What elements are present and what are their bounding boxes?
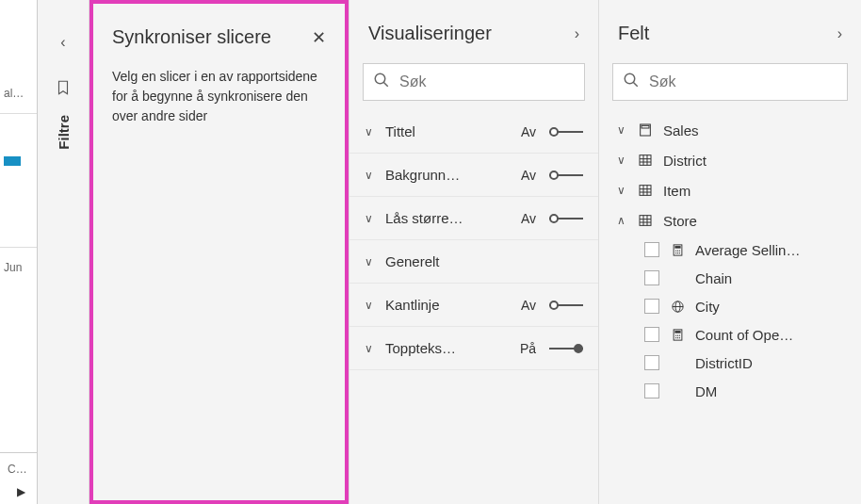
fields-tree: ∨Sales∨District∨Item∧StoreAverage Sellin… bbox=[599, 110, 861, 410]
chevron-down-icon: ∨ bbox=[365, 255, 378, 268]
toggle-switch[interactable] bbox=[549, 342, 583, 355]
svg-rect-39 bbox=[674, 331, 680, 333]
toggle-switch[interactable] bbox=[549, 169, 583, 182]
format-row[interactable]: ∨Bakgrunn…Av bbox=[349, 154, 598, 197]
stub-label: al… bbox=[0, 83, 37, 104]
field-name: City bbox=[695, 299, 846, 315]
table-icon bbox=[637, 182, 654, 199]
svg-point-42 bbox=[678, 334, 679, 335]
table-name: Store bbox=[663, 213, 697, 229]
svg-point-44 bbox=[676, 337, 677, 338]
close-icon[interactable]: ✕ bbox=[312, 27, 326, 48]
field-checkbox[interactable] bbox=[644, 270, 659, 285]
format-row[interactable]: ∨Generelt bbox=[349, 240, 598, 284]
calc-icon bbox=[669, 241, 686, 258]
svg-rect-22 bbox=[640, 216, 651, 226]
search-icon bbox=[373, 72, 390, 92]
collapse-pane-icon[interactable]: › bbox=[837, 25, 842, 42]
svg-point-29 bbox=[675, 250, 676, 251]
format-row-label: Lås større… bbox=[385, 210, 504, 226]
format-row-label: Bakgrunn… bbox=[385, 167, 504, 183]
svg-point-40 bbox=[675, 334, 676, 335]
format-row-state: Av bbox=[512, 124, 536, 139]
field-name: DM bbox=[695, 383, 846, 399]
blank-icon bbox=[669, 382, 686, 399]
visualizations-search[interactable] bbox=[363, 63, 585, 101]
table-row[interactable]: ∨Sales bbox=[612, 116, 848, 144]
toggle-switch[interactable] bbox=[549, 299, 583, 312]
fields-title: Felt bbox=[618, 23, 649, 44]
filters-pane-collapsed: ‹ Filtre bbox=[38, 0, 89, 504]
field-checkbox[interactable] bbox=[644, 383, 659, 398]
bookmark-icon[interactable] bbox=[55, 79, 72, 100]
search-input[interactable] bbox=[649, 73, 837, 90]
svg-rect-28 bbox=[674, 246, 680, 249]
visualizations-title: Visualiseringer bbox=[368, 23, 492, 44]
svg-point-45 bbox=[678, 337, 679, 338]
filters-pane-label[interactable]: Filtre bbox=[56, 115, 72, 150]
toggle-switch[interactable] bbox=[549, 125, 583, 138]
sync-slicers-title: Synkroniser slicere bbox=[112, 26, 271, 48]
table-row[interactable]: ∨Item bbox=[612, 176, 848, 204]
field-name: Count of Ope… bbox=[695, 327, 846, 343]
field-checkbox[interactable] bbox=[644, 299, 659, 314]
blank-icon bbox=[669, 269, 686, 286]
chevron-down-icon: ∨ bbox=[365, 299, 378, 312]
field-checkbox[interactable] bbox=[644, 242, 659, 257]
chevron-up-icon: ∧ bbox=[614, 214, 627, 227]
sync-slicers-pane: Synkroniser slicere ✕ Velg en slicer i e… bbox=[89, 0, 349, 504]
field-name: Average Sellin… bbox=[695, 242, 846, 258]
sync-slicers-description: Velg en slicer i en av rapportsidene for… bbox=[112, 67, 326, 126]
format-row-label: Toppteks… bbox=[385, 340, 504, 356]
format-row[interactable]: ∨Lås større…Av bbox=[349, 197, 598, 240]
table-icon bbox=[637, 152, 654, 169]
visualizations-pane: Visualiseringer › ∨TittelAv∨Bakgrunn…Av∨… bbox=[349, 0, 598, 504]
format-row-label: Generelt bbox=[385, 253, 583, 269]
calc-icon bbox=[669, 326, 686, 343]
svg-rect-17 bbox=[640, 186, 651, 196]
field-item[interactable]: Count of Ope… bbox=[612, 321, 848, 348]
field-item[interactable]: City bbox=[612, 293, 848, 319]
format-row[interactable]: ∨KantlinjeAv bbox=[349, 284, 598, 327]
format-row-label: Kantlinje bbox=[385, 297, 504, 313]
svg-point-0 bbox=[375, 73, 385, 84]
stub-label: Ca… bbox=[4, 459, 33, 480]
svg-point-34 bbox=[678, 252, 679, 253]
fields-search[interactable] bbox=[612, 63, 848, 101]
table-row[interactable]: ∧Store bbox=[612, 206, 848, 235]
field-item[interactable]: Chain bbox=[612, 265, 848, 291]
field-item[interactable]: Average Sellin… bbox=[612, 236, 848, 263]
svg-line-3 bbox=[633, 82, 638, 87]
table-name: District bbox=[663, 153, 707, 169]
field-checkbox[interactable] bbox=[644, 355, 659, 370]
collapse-pane-icon[interactable]: › bbox=[575, 25, 579, 42]
expand-filters-icon[interactable]: ‹ bbox=[60, 34, 65, 51]
chevron-down-icon: ∨ bbox=[614, 123, 627, 137]
svg-point-33 bbox=[676, 252, 677, 253]
play-icon[interactable]: ▶ bbox=[4, 485, 33, 498]
search-icon bbox=[623, 72, 640, 92]
svg-rect-5 bbox=[642, 125, 649, 128]
search-input[interactable] bbox=[399, 73, 575, 90]
format-row-state: Av bbox=[512, 168, 536, 183]
svg-point-43 bbox=[675, 337, 676, 338]
field-item[interactable]: DM bbox=[612, 378, 848, 404]
table-row[interactable]: ∨District bbox=[612, 146, 848, 174]
toggle-switch[interactable] bbox=[549, 212, 583, 225]
format-row[interactable]: ∨Toppteks…På bbox=[349, 327, 598, 370]
format-row-state: Av bbox=[512, 298, 536, 313]
field-item[interactable]: DistrictID bbox=[612, 350, 848, 376]
format-options-list: ∨TittelAv∨Bakgrunn…Av∨Lås større…Av∨Gene… bbox=[349, 110, 598, 370]
svg-point-31 bbox=[678, 250, 679, 251]
field-checkbox[interactable] bbox=[644, 327, 659, 342]
chevron-down-icon: ∨ bbox=[365, 125, 378, 138]
svg-rect-12 bbox=[640, 155, 651, 166]
field-name: Chain bbox=[695, 270, 846, 286]
chevron-down-icon: ∨ bbox=[614, 154, 627, 167]
svg-point-30 bbox=[676, 250, 677, 251]
table-icon bbox=[637, 212, 654, 229]
format-row[interactable]: ∨TittelAv bbox=[349, 110, 598, 154]
stub-bar bbox=[4, 156, 21, 166]
chevron-down-icon: ∨ bbox=[365, 212, 378, 225]
svg-point-2 bbox=[625, 73, 635, 84]
